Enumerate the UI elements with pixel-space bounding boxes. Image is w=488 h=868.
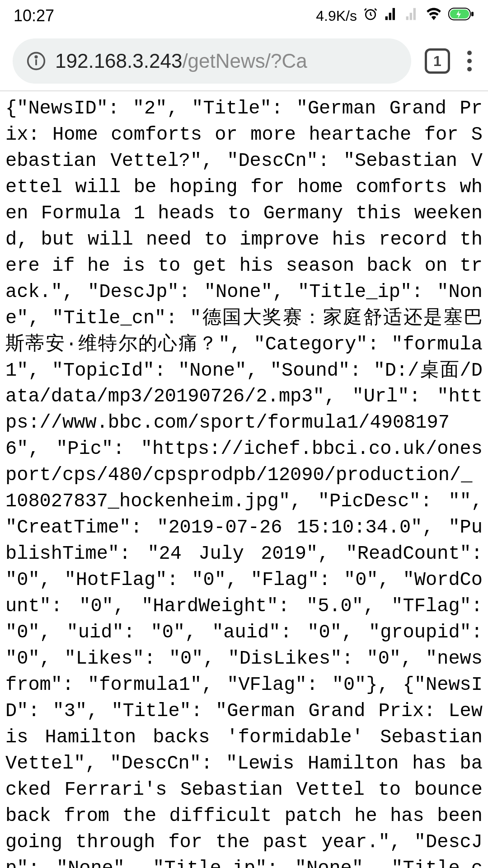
info-icon [26,51,46,71]
signal-icon-2 [405,7,419,25]
menu-dot-icon [467,51,472,55]
page-content[interactable]: {"NewsID": "2", "Title": "German Grand P… [0,90,488,868]
svg-rect-3 [471,12,474,16]
browser-toolbar: 192.168.3.243/getNews/?Ca 1 [0,32,488,90]
status-time: 10:27 [14,6,54,25]
menu-button[interactable] [464,47,475,75]
battery-icon [448,7,474,25]
status-bar: 10:27 4.9K/s [0,0,488,32]
tabs-count: 1 [433,53,441,70]
url-bar[interactable]: 192.168.3.243/getNews/?Ca [13,38,411,84]
network-speed: 4.9K/s [316,8,357,24]
tabs-button[interactable]: 1 [425,48,450,74]
signal-icon [384,7,399,25]
menu-dot-icon [467,67,472,71]
url-host: 192.168.3.243 [55,50,182,72]
status-right: 4.9K/s [316,6,474,26]
menu-dot-icon [467,59,472,63]
url-path: /getNews/?Ca [182,50,307,72]
svg-point-6 [35,56,37,58]
wifi-icon [426,6,442,26]
url-text: 192.168.3.243/getNews/?Ca [55,50,307,72]
alarm-icon [363,7,378,25]
